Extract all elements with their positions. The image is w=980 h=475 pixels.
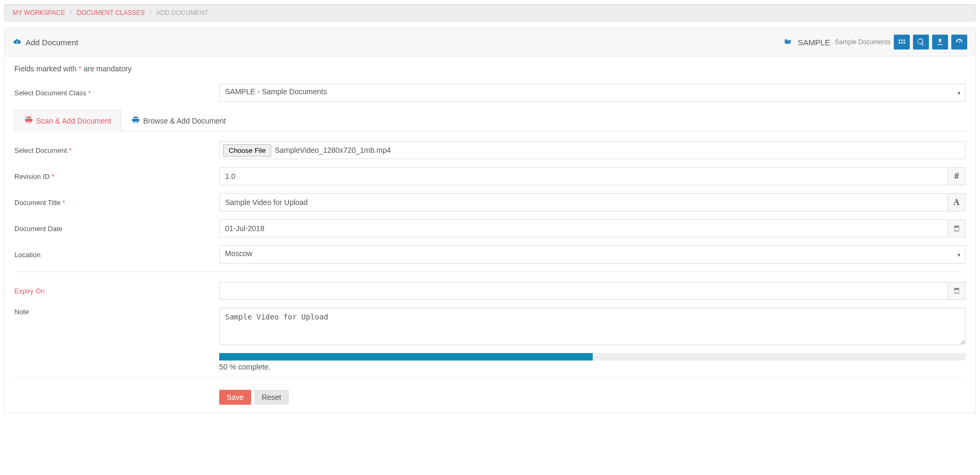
form-actions: Save Reset: [219, 390, 966, 405]
breadcrumb-link-workspace[interactable]: MY WORKSPACE: [13, 9, 65, 17]
print-icon: [131, 116, 140, 126]
input-date[interactable]: [219, 219, 948, 238]
progress-text: 50 % complete.: [219, 363, 966, 371]
divider: [14, 272, 966, 272]
textarea-note[interactable]: [219, 308, 966, 345]
row-title: Document Title * A: [14, 193, 966, 211]
breadcrumb: MY WORKSPACE / DOCUMENT CLASSES / ADD DO…: [4, 4, 976, 21]
label-location: Location: [14, 251, 219, 259]
progress-section: 50 % complete.: [219, 353, 966, 371]
label-select-doc: Select Document *: [14, 146, 219, 154]
calendar-icon[interactable]: [948, 282, 966, 300]
font-icon: A: [948, 193, 966, 211]
list-view-button[interactable]: [894, 35, 910, 50]
select-doc-class[interactable]: SAMPLE - Sample Documents: [219, 84, 966, 102]
row-expiry: Expiry On: [14, 282, 966, 300]
hash-icon: #: [948, 167, 966, 185]
row-revision: Revision ID * #: [14, 167, 966, 185]
tab-scan-add[interactable]: Scan & Add Document: [14, 110, 121, 132]
progress-bar: [219, 353, 966, 361]
calendar-icon[interactable]: [948, 219, 966, 238]
reset-button[interactable]: Reset: [254, 390, 289, 405]
upload-button[interactable]: [932, 35, 948, 50]
panel-header: Add Document SAMPLE Sample Documents: [5, 28, 975, 56]
tab-browse-add[interactable]: Browse & Add Document: [121, 110, 236, 131]
divider: [14, 378, 966, 378]
row-note: Note: [14, 308, 966, 345]
tab-scan-label: Scan & Add Document: [36, 117, 111, 125]
row-doc-class: Select Document Class * SAMPLE - Sample …: [14, 84, 966, 102]
folder-open-icon: [784, 37, 792, 47]
panel-body: Fields marked with * are mandatory Selec…: [5, 56, 975, 413]
add-document-panel: Add Document SAMPLE Sample Documents Fi: [4, 28, 976, 413]
choose-file-button[interactable]: Choose File: [223, 144, 271, 157]
row-select-doc: Select Document * Choose File SampleVide…: [14, 141, 966, 159]
tabs: Scan & Add Document Browse & Add Documen…: [14, 110, 966, 132]
row-location: Location Moscow: [14, 245, 966, 264]
input-title[interactable]: [219, 193, 948, 211]
doc-class-code: SAMPLE: [798, 38, 830, 47]
select-location[interactable]: Moscow: [219, 245, 966, 264]
breadcrumb-sep: /: [150, 9, 151, 17]
panel-title: Add Document: [26, 38, 78, 47]
progress-fill: [219, 353, 593, 361]
search-button[interactable]: [913, 35, 929, 50]
label-expiry: Expiry On: [14, 287, 219, 295]
input-expiry[interactable]: [219, 282, 948, 300]
label-title: Document Title *: [14, 199, 219, 207]
input-revision[interactable]: [219, 167, 948, 185]
row-date: Document Date: [14, 219, 966, 238]
breadcrumb-current: ADD DOCUMENT: [156, 9, 208, 17]
dashboard-button[interactable]: [951, 35, 967, 50]
label-date: Document Date: [14, 225, 219, 233]
breadcrumb-link-doc-classes[interactable]: DOCUMENT CLASSES: [77, 9, 145, 17]
label-revision: Revision ID *: [14, 173, 219, 181]
save-button[interactable]: Save: [219, 390, 251, 405]
doc-class-desc: Sample Documents: [835, 38, 891, 46]
file-input-wrap: Choose File SampleVideo_1280x720_1mb.mp4: [219, 141, 966, 159]
tab-browse-label: Browse & Add Document: [143, 117, 226, 125]
label-note: Note: [14, 308, 219, 316]
selected-file-name: SampleVideo_1280x720_1mb.mp4: [275, 146, 391, 154]
print-icon: [24, 116, 33, 126]
mandatory-hint: Fields marked with * are mandatory: [14, 64, 966, 73]
breadcrumb-sep: /: [70, 9, 72, 17]
label-doc-class: Select Document Class *: [14, 89, 219, 97]
cloud-upload-icon: [13, 37, 21, 47]
